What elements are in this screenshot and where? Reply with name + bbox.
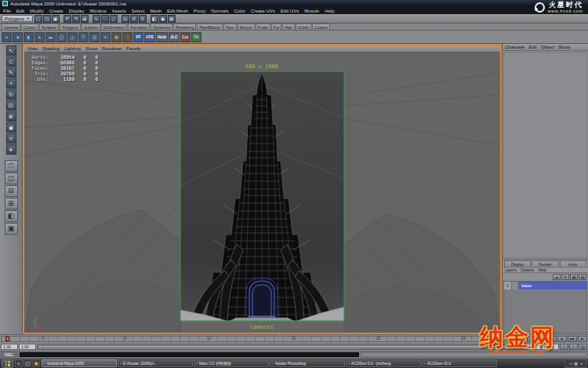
mirror-geometry-icon[interactable]: ◑ bbox=[122, 32, 132, 42]
menu-item[interactable]: Edit Mesh bbox=[167, 9, 188, 13]
layer-editor-tab[interactable]: Display bbox=[504, 261, 531, 267]
make-live-icon[interactable]: ◎ bbox=[122, 15, 129, 23]
channel-box-menu-item[interactable]: Show bbox=[558, 45, 570, 49]
layer-row[interactable]: V base bbox=[504, 282, 586, 290]
taskbar-maya-button[interactable]: ▪ Autodesk Maya 2009 bbox=[42, 359, 117, 367]
list-inputs-icon[interactable]: ≡ bbox=[139, 15, 147, 23]
layout-persp-outliner-icon[interactable]: ◧ bbox=[5, 210, 18, 222]
range-slider-bar[interactable] bbox=[38, 345, 521, 348]
shelf-tab[interactable]: Polygons bbox=[60, 24, 81, 30]
viewport-menu-item[interactable]: Show bbox=[85, 46, 97, 51]
shelf-tab[interactable]: General bbox=[2, 24, 20, 30]
save-scene-icon[interactable]: ▣ bbox=[52, 15, 60, 23]
move-tool-icon[interactable]: + bbox=[6, 78, 16, 89]
viewport-menu-item[interactable]: Panels bbox=[126, 46, 140, 51]
poly-prism-icon[interactable]: △ bbox=[67, 32, 78, 42]
poly-pyramid-icon[interactable]: ▽ bbox=[78, 32, 89, 42]
layout-two-stacked-icon[interactable]: ⊟ bbox=[5, 185, 18, 197]
viewport-canvas[interactable]: 600 x 1000 camera1 Verts: 28954 0 bbox=[24, 53, 500, 333]
snap-to-curve-icon[interactable]: ∿ bbox=[93, 15, 100, 23]
range-start-handle[interactable] bbox=[38, 345, 42, 348]
layer-editor-menu-item[interactable]: Options bbox=[521, 268, 534, 272]
menu-item[interactable]: Assets bbox=[112, 9, 126, 13]
poly-helix-icon[interactable]: ∿ bbox=[100, 32, 111, 42]
show-manipulator-icon[interactable]: ¤ bbox=[6, 133, 16, 144]
menu-item[interactable]: Modify bbox=[30, 9, 44, 13]
title-bar[interactable]: M Autodesk Maya 2009 Unlimited: E:\Avata… bbox=[0, 0, 588, 7]
range-slider-track[interactable] bbox=[37, 344, 523, 350]
menu-item[interactable]: Select bbox=[132, 9, 145, 13]
menu-item[interactable]: Normals bbox=[211, 9, 228, 13]
command-input-field[interactable] bbox=[20, 352, 359, 357]
taskbar-explorer-button[interactable]: ▪ E:\Avatar 2009\jin... bbox=[118, 359, 193, 367]
shelf-tab[interactable]: Rendering bbox=[173, 24, 196, 30]
new-layer-from-selected-icon[interactable]: ▧ bbox=[579, 274, 586, 280]
soft-mod-tool-icon[interactable]: ◉ bbox=[6, 122, 16, 133]
last-tool-icon[interactable]: ∗ bbox=[6, 144, 16, 155]
shelf-tab[interactable]: Deformation bbox=[101, 24, 127, 30]
animation-start-field[interactable]: 1.00 bbox=[1, 344, 18, 350]
menu-item[interactable]: Color bbox=[234, 9, 245, 13]
poly-plane-icon[interactable]: ▬ bbox=[45, 32, 56, 42]
menu-item[interactable]: Create bbox=[49, 9, 64, 13]
layer-editor-menu-item[interactable]: Help bbox=[538, 268, 546, 272]
menu-item[interactable]: Edit bbox=[16, 9, 24, 13]
channel-box-menu-item[interactable]: Edit bbox=[528, 45, 536, 49]
rotate-tool-icon[interactable]: ↻ bbox=[6, 89, 16, 100]
character-set-menu-icon[interactable]: ◇ bbox=[560, 344, 568, 350]
sculpt-geometry-icon[interactable]: ◎ bbox=[111, 32, 122, 42]
command-line-mode-button[interactable]: MEL bbox=[0, 352, 19, 358]
shelf-button-hold[interactable]: Hold bbox=[156, 32, 168, 42]
quicklaunch-player-icon[interactable]: ◉ bbox=[32, 359, 40, 367]
shelf-button-cut[interactable]: Cut bbox=[180, 32, 191, 42]
viewport-menu-item[interactable]: Shading bbox=[42, 46, 60, 51]
redo-icon[interactable]: ↷ bbox=[72, 15, 80, 23]
auto-keyframe-toggle-icon[interactable]: ● bbox=[569, 344, 578, 350]
poly-sphere-icon[interactable]: ● bbox=[2, 32, 12, 42]
menu-item[interactable]: Proxy bbox=[194, 9, 205, 13]
menu-item[interactable]: Muscle bbox=[304, 9, 319, 13]
viewport-menu-item[interactable]: Lighting bbox=[64, 46, 81, 51]
shelf-tab[interactable]: Custom bbox=[312, 24, 330, 30]
select-tool-icon[interactable]: ↖ bbox=[6, 46, 16, 56]
render-settings-icon[interactable]: ▤ bbox=[168, 15, 176, 23]
shelf-tab[interactable]: PaintEffects bbox=[197, 24, 223, 30]
shelf-tab[interactable]: Fluids bbox=[256, 24, 270, 30]
taskbar-acdsee-button[interactable]: ▪ ACDSee 5.0 - jincheng bbox=[346, 359, 421, 367]
menu-item[interactable]: Display bbox=[69, 9, 85, 13]
timeline[interactable]: 4812162024 1 bbox=[1, 336, 506, 342]
channel-box-menu-item[interactable]: Channels bbox=[505, 45, 524, 49]
animation-preferences-icon[interactable]: ▤ bbox=[579, 344, 587, 350]
construction-history-icon[interactable]: ↺ bbox=[130, 15, 138, 23]
playback-start-field[interactable]: 1.00 bbox=[19, 344, 36, 350]
tray-volume-icon[interactable]: ◁ bbox=[568, 362, 572, 366]
quicklaunch-browser-icon[interactable]: e bbox=[15, 359, 23, 367]
poly-cube-icon[interactable]: ■ bbox=[13, 32, 23, 42]
shelf-button-ff[interactable]: FF bbox=[133, 32, 143, 42]
menu-item[interactable]: Edit UVs bbox=[281, 9, 299, 13]
lasso-tool-icon[interactable]: ⊂ bbox=[6, 56, 16, 67]
go-to-end-button[interactable]: ▶| bbox=[578, 336, 587, 342]
play-forward-button[interactable]: ▶ bbox=[557, 336, 567, 342]
new-scene-icon[interactable]: ▢ bbox=[34, 15, 42, 23]
shelf-tab[interactable]: Animation bbox=[128, 24, 150, 30]
viewport-menu-item[interactable]: View bbox=[27, 46, 38, 51]
start-button[interactable] bbox=[2, 359, 13, 368]
tray-display-icon[interactable]: ▦ bbox=[574, 362, 578, 366]
shelf-tab[interactable]: nCloth bbox=[296, 24, 311, 30]
menu-item[interactable]: File bbox=[3, 9, 11, 13]
snap-to-plane-icon[interactable]: ◇ bbox=[110, 15, 118, 23]
undo-icon[interactable]: ↶ bbox=[64, 15, 71, 23]
menu-item[interactable]: Help bbox=[325, 9, 334, 13]
taskbar-acdsee2-button[interactable]: ▪ ACDSee v5.0 bbox=[422, 359, 497, 367]
channel-box-body[interactable] bbox=[503, 52, 587, 258]
shelf-tab[interactable]: Dynamics bbox=[151, 24, 172, 30]
layer-visibility-toggle[interactable]: V bbox=[504, 282, 512, 290]
layer-editor-tab[interactable]: Anim bbox=[560, 261, 586, 267]
shelf-tab[interactable]: Subdivs bbox=[82, 24, 100, 30]
move-layer-down-icon[interactable]: ▼ bbox=[561, 274, 569, 280]
viewport-menu-item[interactable]: Renderer bbox=[102, 46, 122, 51]
menu-item[interactable]: Create UVs bbox=[251, 9, 275, 13]
layer-editor-tab[interactable]: Render bbox=[532, 261, 558, 267]
menu-item[interactable]: Mesh bbox=[150, 9, 162, 13]
